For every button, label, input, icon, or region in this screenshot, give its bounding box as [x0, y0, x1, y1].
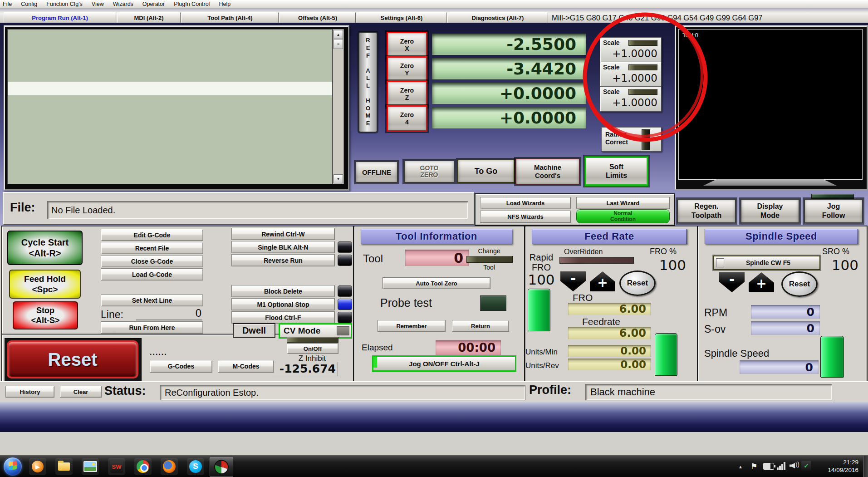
tray-expand-icon[interactable]: ▲ — [736, 462, 745, 471]
load-gcode-button[interactable]: Load G-Code — [101, 268, 203, 280]
spindle-cw-button[interactable]: Spindle CW F5 — [713, 256, 820, 270]
tab-settings[interactable]: Settings (Alt-6) — [357, 12, 446, 24]
zero-4-button[interactable]: Zero 4 — [387, 105, 427, 132]
line-number-dro[interactable]: 0 — [136, 307, 202, 320]
menu-help[interactable]: Help — [214, 1, 235, 7]
clear-button[interactable]: Clear — [60, 386, 102, 398]
cv-mode-button[interactable]: CV Mode — [279, 323, 352, 339]
reverse-run-button[interactable]: Reverse Run — [231, 254, 335, 266]
menu-wizards[interactable]: Wizards — [108, 1, 138, 7]
tray-network-icon[interactable] — [777, 461, 787, 470]
y-scale-dro[interactable]: +1.0000 — [600, 72, 657, 84]
firefox-icon[interactable] — [161, 458, 178, 475]
tray-clock[interactable]: 21:29 14/09/2016 — [815, 458, 858, 475]
spindle-speed-dro[interactable]: 0 — [740, 360, 819, 374]
m-codes-button[interactable]: M-Codes — [218, 360, 274, 373]
y-axis-dro[interactable]: -3.4420 — [432, 58, 586, 79]
folder-icon[interactable] — [55, 458, 73, 475]
menu-view[interactable]: View — [87, 1, 108, 7]
run-from-here-button[interactable]: Run From Here — [101, 321, 203, 334]
elapsed-dro[interactable]: 00:00 — [436, 340, 501, 355]
tool-number-dro[interactable]: 0 — [405, 250, 469, 266]
normal-condition-button[interactable]: Normal Condition — [576, 209, 670, 223]
goto-zero-button[interactable]: GOTO ZERO — [404, 160, 455, 183]
skype-icon[interactable]: S — [187, 458, 204, 475]
image-viewer-icon[interactable] — [82, 458, 99, 475]
stop-button[interactable]: Stop <Alt-S> — [13, 301, 78, 329]
close-gcode-button[interactable]: Close G-Code — [101, 255, 203, 267]
units-rev-dro[interactable]: 0.00 — [568, 359, 651, 370]
units-min-dro[interactable]: 0.00 — [568, 345, 651, 357]
fro-plus-button[interactable]: + — [590, 271, 615, 291]
x-axis-dro[interactable]: -2.5500 — [432, 34, 586, 55]
m1-optional-stop-button[interactable]: M1 Optional Stop — [231, 298, 335, 310]
sro-plus-button[interactable]: + — [749, 272, 774, 292]
set-next-line-button[interactable]: Set Next Line — [101, 294, 203, 306]
jog-onoff-button[interactable]: Jog ON/OFF Ctrl-Alt-J — [372, 355, 516, 372]
z-inhibit-dro[interactable]: -125.674 — [272, 362, 338, 376]
tray-volume-icon[interactable]: ) ) — [790, 462, 800, 470]
menu-file[interactable]: File — [0, 1, 16, 7]
feedrate-dro[interactable]: 6.00 — [568, 327, 651, 339]
nfs-wizards-button[interactable]: NFS Wizards — [480, 211, 571, 223]
sov-dro[interactable]: 0 — [751, 321, 820, 335]
tab-offsets[interactable]: Offsets (Alt-5) — [280, 12, 356, 24]
tray-flag-icon[interactable]: ⚑ — [749, 460, 760, 472]
to-go-button[interactable]: To Go — [457, 159, 515, 183]
rewind-button[interactable]: Rewind Ctrl-W — [231, 228, 335, 240]
tray-dropbox-icon[interactable]: ✓ — [801, 461, 811, 471]
fro-minus-button[interactable]: - — [560, 271, 586, 291]
soft-limits-button[interactable]: Soft Limits — [585, 157, 648, 186]
auto-tool-zero-button[interactable]: Auto Tool Zero — [383, 277, 490, 289]
gcode-scrollbar[interactable]: ▲ ≡ ▼ — [333, 29, 344, 184]
sro-percent-dro[interactable]: 100 — [817, 257, 858, 273]
ref-all-home-button[interactable]: R E F A L L H O M E — [358, 32, 378, 133]
cycle-start-button[interactable]: Cycle Start <Alt-R> — [7, 231, 83, 265]
zero-x-button[interactable]: Zero X — [387, 32, 427, 58]
recent-file-button[interactable]: Recent File — [101, 242, 203, 254]
flood-button[interactable]: Flood Ctrl-F — [231, 311, 335, 324]
mach3-taskbar-icon[interactable] — [210, 457, 233, 477]
fro-dro[interactable]: 6.00 — [568, 303, 651, 315]
last-wizard-button[interactable]: Last Wizard — [576, 197, 670, 209]
return-button[interactable]: Return — [452, 320, 509, 332]
offline-button[interactable]: OFFLINE — [355, 161, 398, 183]
remember-button[interactable]: Remember — [378, 320, 446, 332]
history-button[interactable]: History — [5, 386, 54, 398]
menu-operator[interactable]: Operator — [138, 1, 169, 7]
edit-gcode-button[interactable]: Edit G-Code — [101, 229, 203, 241]
chrome-icon[interactable] — [134, 458, 152, 475]
zero-z-button[interactable]: Zero Z — [387, 81, 427, 107]
jog-follow-button[interactable]: Jog Follow — [804, 199, 863, 223]
menu-plugin-control[interactable]: PlugIn Control — [169, 1, 214, 7]
gcode-text-area[interactable] — [7, 29, 333, 184]
zero-y-button[interactable]: Zero Y — [387, 56, 427, 83]
scroll-up-button[interactable]: ▲ — [333, 30, 343, 39]
z-axis-dro[interactable]: +0.0000 — [432, 83, 586, 104]
dwell-button[interactable]: Dwell — [233, 323, 275, 338]
z-inhibit-onoff-button[interactable]: On/Off — [287, 343, 338, 354]
g-codes-button[interactable]: G-Codes — [150, 360, 212, 373]
menu-function-cfgs[interactable]: Function Cfg's — [42, 1, 87, 7]
fro-reset-button[interactable]: Reset — [619, 270, 656, 296]
sro-reset-button[interactable]: Reset — [781, 271, 818, 297]
machine-coords-button[interactable]: Machine Coord's — [515, 158, 580, 185]
toolpath-display[interactable]: Tool:0 — [678, 29, 863, 180]
x-scale-dro[interactable]: +1.0000 — [600, 48, 657, 59]
start-button[interactable] — [4, 457, 22, 476]
tab-tool-path[interactable]: Tool Path (Alt-4) — [181, 12, 279, 24]
block-delete-button[interactable]: Block Delete — [231, 285, 335, 297]
z-scale-dro[interactable]: +1.0000 — [600, 97, 657, 108]
tray-battery-icon[interactable] — [763, 463, 774, 470]
regen-toolpath-button[interactable]: Regen. Toolpath — [677, 199, 736, 223]
media-player-icon[interactable]: ▶ — [29, 458, 46, 475]
scroll-thumb[interactable]: ≡ — [333, 39, 343, 49]
reset-button[interactable]: Reset — [5, 338, 142, 382]
tab-program-run[interactable]: Program Run (Alt-1) — [4, 12, 116, 24]
rpm-dro[interactable]: 0 — [751, 305, 820, 319]
load-wizards-button[interactable]: Load Wizards — [480, 197, 571, 209]
show-desktop-button[interactable] — [863, 456, 868, 477]
fro-percent-dro[interactable]: 100 — [644, 257, 686, 273]
feed-hold-button[interactable]: Feed Hold <Spc> — [9, 270, 81, 299]
tab-diagnostics[interactable]: Diagnostics (Alt-7) — [447, 12, 548, 24]
